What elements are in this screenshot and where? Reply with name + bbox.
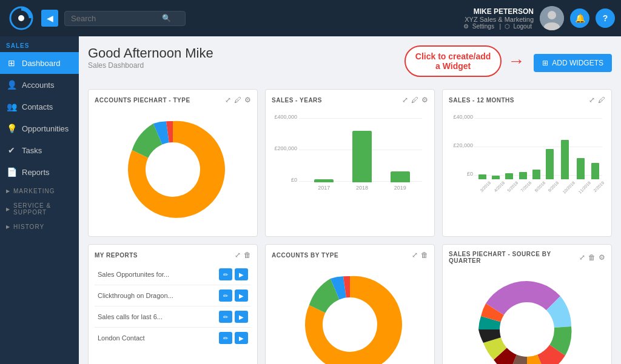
widget-actions: ⤢ 🗑 — [235, 251, 251, 259]
svg-point-7 — [500, 302, 554, 357]
user-name: MIKE PETERSON — [463, 7, 534, 16]
reports-icon: 📄 — [6, 167, 17, 177]
bar-2018: 2018 — [352, 131, 372, 191]
expand-icon[interactable]: ⤢ — [225, 96, 231, 104]
small-bar: 3/2018 — [475, 174, 488, 185]
report-edit-button[interactable]: ✏ — [219, 311, 232, 323]
logo — [6, 3, 36, 33]
help-button[interactable]: ? — [596, 8, 615, 28]
sidebar-item-tasks[interactable]: ✔ Tasks — [0, 139, 79, 161]
donut-chart-accounts — [95, 109, 251, 230]
donut-chart-accounts-type — [272, 264, 428, 364]
delete-icon[interactable]: 🗑 — [244, 251, 251, 259]
add-widgets-label: ADD WIDGETS — [552, 59, 603, 67]
edit-icon[interactable]: 🖊 — [411, 96, 418, 104]
settings-link[interactable]: Settings — [472, 23, 494, 30]
sidebar-item-opportunities[interactable]: 💡 Opportunities — [0, 117, 79, 139]
expand-icon[interactable]: ⤢ — [579, 253, 585, 262]
widget-actions: ⤢ 🖊 ⚙ — [402, 96, 428, 104]
small-bar: 10/2018 — [557, 140, 572, 185]
widget-title: SALES PIECHART - SOURCE BY QUARTER — [449, 251, 579, 264]
svg-point-5 — [146, 142, 200, 197]
edit-icon[interactable]: 🖊 — [598, 96, 605, 104]
widget-actions: ⤢ 🗑 — [412, 251, 428, 259]
service-section-title[interactable]: SERVICE & SUPPORT — [0, 197, 79, 219]
sales-years-widget: SALES - YEARS ⤢ 🖊 ⚙ £400,000 £200,000 £0 — [265, 89, 435, 237]
marketing-section-title[interactable]: MARKETING — [0, 183, 79, 197]
report-run-button[interactable]: ▶ — [235, 311, 248, 323]
report-run-button[interactable]: ▶ — [235, 332, 248, 344]
small-bar: 11/2018 — [573, 158, 588, 185]
report-edit-button[interactable]: ✏ — [219, 290, 232, 302]
sidebar-item-accounts[interactable]: 👤 Accounts — [0, 74, 79, 96]
widget-header: SALES PIECHART - SOURCE BY QUARTER ⤢ 🗑 ⚙ — [449, 251, 605, 264]
search-input[interactable] — [71, 14, 162, 23]
history-section-title[interactable]: HISTORY — [0, 219, 79, 233]
settings-icon[interactable]: ⚙ — [244, 96, 251, 104]
notification-button[interactable]: 🔔 — [570, 8, 589, 28]
page-greeting: Good Afternoon Mike — [88, 45, 213, 61]
callout-container: Click to create/add a Widget → — [404, 45, 525, 77]
report-run-button[interactable]: ▶ — [235, 268, 248, 280]
widget-actions: ⤢ 🗑 ⚙ — [579, 253, 605, 262]
widget-header: ACCOUNTS BY TYPE ⤢ 🗑 — [272, 251, 428, 259]
widget-title: SALES - 12 MONTHS — [449, 97, 514, 104]
callout-text-line2: a Widget — [415, 61, 491, 71]
svg-point-3 — [548, 11, 556, 19]
add-widgets-button[interactable]: ⊞ ADD WIDGETS — [534, 54, 612, 72]
page-subtitle: Sales Dashboard — [88, 61, 213, 70]
sidebar-item-dashboard[interactable]: ⊞ Dashboard — [0, 52, 79, 74]
report-edit-button[interactable]: ✏ — [219, 268, 232, 280]
sidebar-item-label: Contacts — [22, 102, 53, 111]
sales-section-title: SALES — [0, 36, 79, 52]
report-item: Clickthrough on Dragon... ✏ ▶ — [95, 285, 251, 306]
report-label: Sales Opportunites for... — [98, 271, 169, 278]
top-nav: ◀ 🔍 MIKE PETERSON XYZ Sales & Marketing … — [0, 0, 621, 36]
delete-icon[interactable]: 🗑 — [421, 251, 428, 259]
nav-right: MIKE PETERSON XYZ Sales & Marketing ⚙ Se… — [463, 6, 615, 30]
sidebar-item-label: Opportunities — [22, 124, 69, 133]
edit-icon[interactable]: 🖊 — [234, 96, 241, 104]
report-item-actions: ✏ ▶ — [219, 290, 248, 302]
main-layout: SALES ⊞ Dashboard 👤 Accounts 👥 Contacts … — [0, 36, 621, 364]
widget-header: ACCOUNTS PIECHART - TYPE ⤢ 🖊 ⚙ — [95, 96, 251, 104]
settings-icon[interactable]: ⚙ — [421, 96, 428, 104]
widget-actions: ⤢ 🖊 — [589, 96, 605, 104]
svg-point-6 — [323, 297, 377, 352]
sidebar-item-label: Reports — [22, 168, 50, 177]
svg-point-1 — [18, 15, 24, 21]
report-run-button[interactable]: ▶ — [235, 290, 248, 302]
user-company: XYZ Sales & Marketing — [463, 16, 534, 23]
sales-piechart-quarter-widget: SALES PIECHART - SOURCE BY QUARTER ⤢ 🗑 ⚙ — [442, 244, 612, 364]
sidebar-toggle-button[interactable]: ◀ — [41, 10, 58, 27]
contacts-icon: 👥 — [6, 102, 17, 111]
back-icon: ◀ — [47, 13, 53, 23]
widget-title: SALES - YEARS — [272, 97, 322, 104]
opportunities-icon: 💡 — [6, 124, 17, 133]
report-edit-button[interactable]: ✏ — [219, 332, 232, 344]
grid-icon: ⊞ — [542, 59, 548, 67]
search-icon: 🔍 — [162, 14, 171, 22]
widget-title: ACCOUNTS PIECHART - TYPE — [95, 97, 190, 104]
dashboard-grid: ACCOUNTS PIECHART - TYPE ⤢ 🖊 ⚙ — [88, 89, 612, 364]
page-header: Good Afternoon Mike Sales Dashboard Clic… — [88, 45, 612, 80]
sidebar-item-contacts[interactable]: 👥 Contacts — [0, 96, 79, 117]
expand-icon[interactable]: ⤢ — [235, 251, 241, 259]
sidebar-item-reports[interactable]: 📄 Reports — [0, 161, 79, 183]
settings-icon[interactable]: ⚙ — [599, 253, 605, 262]
user-info: MIKE PETERSON XYZ Sales & Marketing ⚙ Se… — [463, 7, 534, 30]
reports-list: Sales Opportunites for... ✏ ▶ Clickthrou… — [95, 264, 251, 348]
delete-icon[interactable]: 🗑 — [588, 253, 596, 262]
dashboard-icon: ⊞ — [6, 58, 17, 68]
expand-icon[interactable]: ⤢ — [412, 251, 418, 259]
sales-12months-widget: SALES - 12 MONTHS ⤢ 🖊 £40,000 £20,000 £0 — [442, 89, 612, 237]
sidebar-item-label: Accounts — [22, 81, 54, 90]
callout-arrow-icon: → — [508, 51, 525, 71]
expand-icon[interactable]: ⤢ — [402, 96, 408, 104]
callout-bubble: Click to create/add a Widget — [404, 45, 502, 77]
small-bar: 9/2018 — [543, 149, 556, 185]
expand-icon[interactable]: ⤢ — [589, 96, 595, 104]
logout-link[interactable]: Logout — [513, 23, 532, 30]
bar-2019: 2019 — [391, 171, 410, 191]
widget-title: ACCOUNTS BY TYPE — [272, 252, 338, 259]
